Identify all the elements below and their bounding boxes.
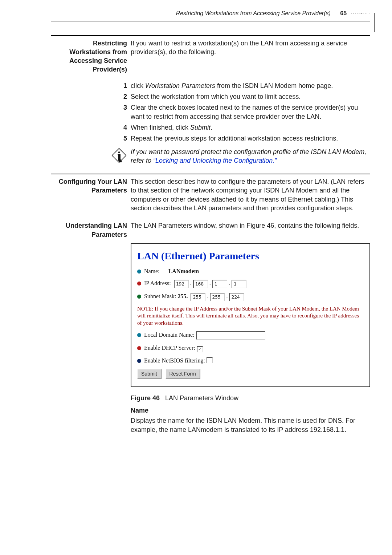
- mask-octet-input[interactable]: 255: [191, 293, 205, 301]
- mask-octet-input[interactable]: 255: [210, 293, 225, 301]
- figure-text: LAN Parameters Window: [165, 394, 238, 402]
- ip-octet-input[interactable]: 192: [174, 280, 189, 288]
- reset-button[interactable]: Reset Form: [166, 369, 200, 379]
- ip-octet-input[interactable]: 1: [212, 280, 227, 288]
- link-locking-config[interactable]: “Locking and Unlocking the Configuration…: [153, 157, 277, 164]
- dhcp-checkbox[interactable]: ✓: [197, 346, 203, 352]
- page-number: 65: [340, 10, 347, 16]
- ip-octet-input[interactable]: 168: [193, 280, 208, 288]
- name-body: Displays the name for the ISDN LAN Modem…: [131, 416, 370, 434]
- lan-parameters-window: LAN (Ethernet) Parameters Name: LANmodem…: [131, 243, 370, 387]
- svg-point-1: [118, 151, 120, 153]
- field-row-dhcp: Enable DHCP Server: ✓: [137, 344, 364, 352]
- step-row: 3 Clear the check boxes located next to …: [51, 103, 370, 121]
- section-divider: [51, 35, 370, 36]
- step-text: Select the workstation from which you wa…: [131, 92, 370, 101]
- step-text: Clear the check boxes located next to th…: [131, 103, 370, 121]
- step-row: 5 Repeat the previous steps for addition…: [51, 134, 370, 143]
- section-divider: [51, 174, 370, 174]
- step-number: 4: [51, 123, 131, 132]
- label-mask: Subnet Mask:: [144, 293, 176, 299]
- value-name: LANmodem: [168, 268, 199, 274]
- running-header: Restricting Workstations from Accessing …: [51, 9, 370, 18]
- step-number: 3: [51, 103, 131, 121]
- label-netbios: Enable NetBIOS filtering:: [144, 357, 205, 364]
- figure-caption: Figure 46 LAN Parameters Window: [131, 394, 370, 402]
- panel-title: LAN (Ethernet) Parameters: [137, 249, 364, 263]
- decor-dots: ··········: [351, 10, 370, 18]
- subheading-name: Name: [131, 406, 370, 415]
- local-domain-input[interactable]: [196, 331, 265, 340]
- bullet-icon: [137, 346, 141, 350]
- step-row: 1 click Workstation Parameters from the …: [51, 81, 370, 90]
- step-number: 5: [51, 134, 131, 143]
- panel-note: NOTE: If you change the IP Address and/o…: [137, 305, 364, 327]
- step-text: When finished, click Submit.: [131, 123, 370, 132]
- field-row-netbios: Enable NetBIOS filtering:: [137, 357, 364, 365]
- field-row-ip: IP Address: 192 . 168 . 1 . 1: [137, 279, 364, 288]
- info-note: If you want to password protect the conf…: [131, 147, 370, 165]
- bullet-icon: [137, 295, 141, 299]
- submit-button[interactable]: Submit: [137, 369, 162, 379]
- label-local-domain: Local Domain Name:: [144, 332, 195, 338]
- step-number: 1: [51, 81, 131, 90]
- netbios-checkbox[interactable]: [207, 357, 213, 363]
- body-paragraph: The LAN Parameters window, shown in Figu…: [131, 221, 370, 230]
- field-row-name: Name: LANmodem: [137, 267, 364, 275]
- field-row-ldn: Local Domain Name:: [137, 331, 364, 340]
- info-icon: [51, 147, 127, 165]
- mask-octet-input[interactable]: 224: [229, 293, 244, 301]
- bullet-icon: [137, 333, 141, 337]
- header-rule: [51, 21, 370, 21]
- figure-label: Figure 46: [131, 394, 160, 402]
- bullet-icon: [137, 359, 141, 363]
- bullet-icon: [137, 270, 141, 274]
- step-text: Repeat the previous steps for additional…: [131, 134, 370, 143]
- step-row: 2 Select the workstation from which you …: [51, 92, 370, 101]
- label-name: Name:: [144, 268, 160, 274]
- bullet-icon: [137, 281, 141, 285]
- section-heading-configuring: Configuring Your LAN Parameters: [51, 177, 127, 195]
- steps-list: 1 click Workstation Parameters from the …: [51, 81, 370, 143]
- body-paragraph: This section describes how to configure …: [131, 177, 370, 212]
- running-title: Restricting Workstations from Accessing …: [176, 10, 331, 16]
- field-row-mask: Subnet Mask: 255. 255 . 255 . 224: [137, 292, 364, 301]
- step-number: 2: [51, 92, 131, 101]
- section-heading-understanding: Understanding LAN Parameters: [51, 221, 127, 239]
- section-heading-restricting: Restricting Workstations from Accessing …: [51, 39, 127, 74]
- label-dhcp: Enable DHCP Server:: [144, 345, 195, 351]
- intro-paragraph: If you want to restrict a workstation(s)…: [131, 39, 370, 57]
- ip-octet-input[interactable]: 1: [232, 280, 246, 288]
- step-text: click Workstation Parameters from the IS…: [131, 81, 370, 90]
- label-ip: IP Address:: [144, 280, 171, 286]
- mask-fixed: 255.: [177, 293, 188, 299]
- step-row: 4 When finished, click Submit.: [51, 123, 370, 132]
